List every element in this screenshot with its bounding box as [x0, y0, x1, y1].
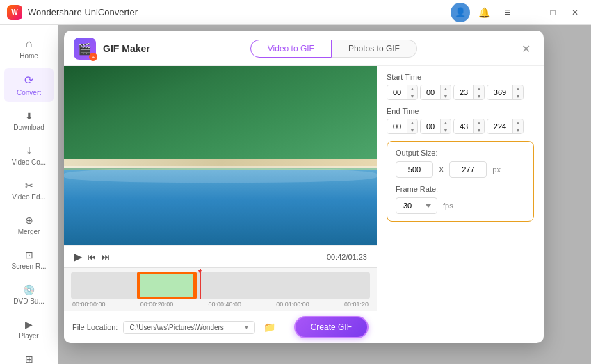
start-time-section: Start Time ▲ ▼ [387, 73, 534, 100]
start-time-inputs: ▲ ▼ ▲ ▼ [387, 85, 534, 100]
end-ms-down[interactable]: ▼ [513, 126, 523, 133]
px-label: px [492, 165, 501, 174]
tab-photos-to-gif[interactable]: Photos to GIF [332, 40, 417, 58]
menu-icon[interactable]: ≡ [498, 3, 517, 22]
end-time-inputs: ▲ ▼ ▲ ▼ [387, 119, 534, 134]
end-ms-spinner: ▲ ▼ [487, 119, 524, 134]
start-seconds-input[interactable] [454, 85, 473, 99]
output-height-input[interactable] [449, 161, 487, 178]
end-minutes-input[interactable] [421, 119, 440, 133]
titlebar: W Wondershare UniConverter 👤 🔔 ≡ — □ ✕ [0, 0, 591, 25]
sidebar-item-player[interactable]: ▶ Player [4, 313, 54, 345]
user-icon[interactable]: 👤 [451, 3, 470, 22]
titlebar-left: W Wondershare UniConverter [7, 5, 138, 20]
folder-browse-button[interactable]: 📁 [261, 319, 277, 336]
time-display: 00:42/01:23 [327, 253, 367, 261]
sidebar-item-home[interactable]: ⌂ Home [4, 32, 54, 65]
sidebar-item-video-edit[interactable]: ✂ Video Ed... [4, 174, 54, 206]
output-width-input[interactable] [396, 161, 433, 178]
end-minutes-spinner: ▲ ▼ [420, 119, 451, 134]
start-minutes-down[interactable]: ▼ [441, 92, 451, 99]
timeline: ▼ 00:00:00:00 00:00:20:00 00:00:40:00 00… [64, 267, 377, 311]
end-minutes-down[interactable]: ▼ [441, 126, 451, 133]
video-preview-container: ▶ ⏮ ⏭ 00:42/01:23 [64, 66, 377, 343]
prev-frame-button[interactable]: ⏮ [88, 252, 96, 262]
start-hours-input[interactable] [387, 85, 407, 99]
timeline-needle: ▼ [200, 269, 201, 299]
timeline-handle-left[interactable] [137, 272, 140, 299]
video-frame [64, 66, 377, 245]
sidebar-item-screen-record[interactable]: ⊡ Screen R... [4, 244, 54, 276]
end-ms-input[interactable] [487, 119, 512, 133]
timeline-handle-right[interactable] [193, 272, 197, 299]
minimize-button[interactable]: — [521, 3, 540, 22]
sidebar-item-download[interactable]: ⬇ Download [4, 105, 54, 137]
start-ms-input[interactable] [487, 85, 512, 99]
end-ms-up[interactable]: ▲ [513, 119, 523, 126]
close-button[interactable]: ✕ [566, 3, 584, 22]
merger-icon: ⊕ [25, 215, 33, 226]
modal-overlay: 🎬 + GIF Maker Video to GIF Photos to GIF… [58, 25, 591, 364]
start-ms-spinner: ▲ ▼ [487, 85, 524, 100]
end-minutes-up[interactable]: ▲ [441, 119, 451, 126]
sidebar-item-dvd[interactable]: 💿 DVD Bu... [4, 279, 54, 311]
path-dropdown-arrow: ▼ [244, 324, 250, 331]
output-size-inputs: X px [396, 161, 525, 178]
app-logo: W [7, 5, 22, 20]
start-hours-spinner: ▲ ▼ [387, 85, 418, 100]
fps-select[interactable]: 15 20 24 30 60 [396, 197, 437, 214]
start-minutes-input[interactable] [421, 85, 440, 99]
frame-rate-label: Frame Rate: [396, 185, 525, 193]
start-seconds-spinner: ▲ ▼ [453, 85, 485, 100]
sidebar-label-download: Download [13, 124, 44, 131]
settings-panel: Start Time ▲ ▼ [377, 66, 544, 343]
start-time-label: Start Time [387, 73, 534, 81]
compress-icon: ⤓ [25, 145, 33, 156]
timeline-selection[interactable] [137, 272, 197, 299]
video-preview [64, 66, 377, 245]
output-size-section: Output Size: X px [396, 149, 525, 178]
end-seconds-up[interactable]: ▲ [474, 119, 484, 126]
sidebar-item-merger[interactable]: ⊕ Merger [4, 209, 54, 241]
download-icon: ⬇ [25, 110, 33, 122]
sidebar-item-video-compress[interactable]: ⤓ Video Co... [4, 140, 54, 172]
toolbox-icon: ⊞ [25, 354, 33, 364]
frame-rate-inputs: 15 20 24 30 60 fps [396, 197, 525, 214]
start-hours-down[interactable]: ▼ [407, 92, 417, 99]
sidebar-label-convert: Convert [17, 89, 41, 97]
start-seconds-up[interactable]: ▲ [474, 85, 484, 92]
start-ms-down[interactable]: ▼ [513, 92, 523, 99]
end-seconds-input[interactable] [454, 119, 473, 133]
titlebar-right: 👤 🔔 ≡ — □ ✕ [451, 3, 584, 22]
modal-close-button[interactable]: ✕ [517, 40, 534, 57]
end-hours-up[interactable]: ▲ [407, 119, 417, 126]
tab-video-to-gif[interactable]: Video to GIF [250, 40, 332, 58]
modal-body: ▶ ⏮ ⏭ 00:42/01:23 [64, 66, 544, 343]
modal-header-left: 🎬 + GIF Maker [74, 38, 150, 60]
create-gif-button[interactable]: Create GIF [294, 316, 369, 338]
ruler-mark-0: 00:00:00:00 [72, 301, 106, 308]
end-seconds-down[interactable]: ▼ [474, 126, 484, 133]
timeline-track: ▼ [71, 272, 370, 299]
start-hours-up[interactable]: ▲ [407, 85, 417, 92]
end-time-section: End Time ▲ ▼ [387, 107, 534, 134]
bell-icon[interactable]: 🔔 [474, 3, 494, 22]
end-hours-input[interactable] [387, 119, 407, 133]
start-ms-up[interactable]: ▲ [513, 85, 523, 92]
sidebar-label-merger: Merger [18, 228, 40, 235]
file-path-selector[interactable]: C:\Users\ws\Pictures\Wonders ▼ [123, 321, 255, 334]
sidebar-item-toolbox[interactable]: ⊞ Toolbox [4, 348, 54, 364]
play-button[interactable]: ▶ [74, 250, 82, 263]
sidebar: ⌂ Home ⟳ Convert ⬇ Download ⤓ Video Co..… [0, 25, 58, 364]
end-seconds-spinner: ▲ ▼ [453, 119, 485, 134]
start-minutes-up[interactable]: ▲ [441, 85, 451, 92]
maximize-button[interactable]: □ [544, 3, 562, 22]
end-hours-down[interactable]: ▼ [407, 126, 417, 133]
file-location-label: File Location: [72, 323, 118, 331]
modal-tabs: Video to GIF Photos to GIF [250, 40, 417, 58]
sidebar-label-player: Player [19, 332, 38, 340]
sidebar-item-convert[interactable]: ⟳ Convert [4, 68, 54, 102]
next-frame-button[interactable]: ⏭ [102, 252, 110, 262]
start-seconds-down[interactable]: ▼ [474, 92, 484, 99]
video-controls: ▶ ⏮ ⏭ 00:42/01:23 [64, 245, 377, 267]
